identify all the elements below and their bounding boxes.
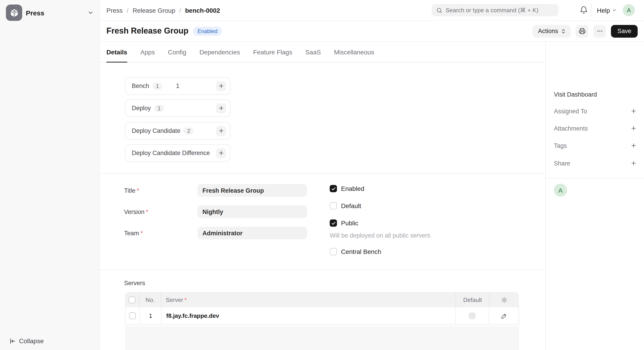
plus-icon bbox=[218, 105, 224, 111]
chevron-down-icon bbox=[88, 10, 94, 16]
enabled-checkbox-label: Enabled bbox=[341, 185, 364, 192]
user-avatar[interactable]: A bbox=[623, 4, 635, 16]
share-row: Share bbox=[554, 159, 637, 167]
chevron-up-down-icon bbox=[561, 28, 566, 34]
default-column-header: Default bbox=[456, 292, 489, 307]
server-name-cell[interactable]: f8.jay.fc.frappe.dev bbox=[161, 307, 455, 324]
topbar: Press / Release Group / bench-0002 Searc… bbox=[100, 0, 644, 21]
breadcrumb-item-release-group[interactable]: Release Group bbox=[132, 7, 175, 14]
server-table-row[interactable]: 1 f8.jay.fc.frappe.dev bbox=[125, 307, 519, 325]
pencil-icon[interactable] bbox=[501, 312, 507, 319]
save-button[interactable]: Save bbox=[611, 25, 638, 38]
servers-section-label: Servers bbox=[124, 280, 145, 286]
actions-label: Actions bbox=[538, 28, 558, 35]
version-field-row: Version* Nightly bbox=[124, 205, 307, 218]
team-field-label: Team* bbox=[124, 230, 198, 236]
gear-icon[interactable] bbox=[501, 296, 508, 303]
breadcrumb-item-press[interactable]: Press bbox=[106, 7, 123, 14]
version-field[interactable]: Nightly bbox=[198, 205, 307, 218]
add-bench-button[interactable] bbox=[216, 81, 226, 91]
help-menu[interactable]: Help bbox=[597, 0, 617, 21]
add-share-icon[interactable] bbox=[630, 160, 637, 166]
viewer-avatar[interactable]: A bbox=[554, 184, 567, 197]
enabled-checkbox[interactable] bbox=[330, 185, 337, 192]
deploy-card-label: Deploy bbox=[132, 105, 151, 112]
title-field-label: Title* bbox=[124, 187, 198, 194]
deploy-candidate-card-label: Deploy Candidate bbox=[132, 127, 180, 134]
row-select-checkbox[interactable] bbox=[129, 312, 136, 319]
section-divider bbox=[100, 173, 545, 174]
status-badge: Enabled bbox=[193, 27, 222, 36]
team-field[interactable]: Administrator bbox=[198, 227, 307, 239]
collapse-icon bbox=[9, 337, 16, 344]
required-asterisk: * bbox=[137, 187, 139, 194]
central-bench-checkbox[interactable] bbox=[330, 248, 337, 255]
public-checkbox[interactable] bbox=[330, 219, 337, 227]
tab-feature-flags[interactable]: Feature Flags bbox=[253, 42, 292, 63]
title-field[interactable]: Fresh Release Group bbox=[198, 184, 307, 197]
tab-bar: Details Apps Config Dependencies Feature… bbox=[100, 42, 545, 63]
ellipsis-icon bbox=[596, 28, 603, 35]
enabled-checkbox-row[interactable]: Enabled bbox=[330, 185, 364, 192]
collapse-sidebar-button[interactable]: Collapse bbox=[9, 337, 44, 344]
attachments-label: Attachments bbox=[554, 125, 588, 132]
page-title: Fresh Release Group bbox=[106, 26, 188, 36]
more-options-button[interactable] bbox=[593, 25, 606, 38]
central-bench-checkbox-label: Central Bench bbox=[341, 248, 381, 255]
tab-apps[interactable]: Apps bbox=[140, 42, 155, 63]
package-icon bbox=[9, 8, 19, 18]
connection-card-deploy-candidate-difference[interactable]: Deploy Candidate Difference bbox=[125, 144, 230, 162]
tab-dependencies[interactable]: Dependencies bbox=[200, 42, 240, 63]
share-label: Share bbox=[554, 160, 570, 167]
actions-button[interactable]: Actions bbox=[532, 25, 571, 38]
collapse-label: Collapse bbox=[19, 337, 44, 344]
deploy-candidate-difference-card-label: Deploy Candidate Difference bbox=[132, 150, 210, 156]
sidebar-divider bbox=[546, 178, 644, 179]
default-checkbox-disabled bbox=[469, 312, 476, 319]
central-bench-checkbox-row[interactable]: Central Bench bbox=[330, 248, 381, 255]
add-deploy-candidate-button[interactable] bbox=[216, 126, 226, 136]
connection-card-bench[interactable]: Bench 1 1 bbox=[125, 77, 230, 95]
attachments-row: Attachments bbox=[554, 124, 637, 132]
connection-card-deploy-candidate[interactable]: Deploy Candidate 2 bbox=[125, 122, 230, 140]
select-all-checkbox[interactable] bbox=[128, 296, 136, 303]
default-checkbox[interactable] bbox=[330, 202, 337, 209]
printer-icon bbox=[578, 28, 585, 35]
add-deploy-candidate-difference-button[interactable] bbox=[216, 148, 226, 158]
bench-card-label: Bench bbox=[132, 83, 149, 89]
check-icon bbox=[331, 221, 336, 226]
tab-miscellaneous[interactable]: Miscellaneous bbox=[334, 42, 374, 63]
connection-card-deploy[interactable]: Deploy 1 bbox=[125, 99, 230, 117]
public-checkbox-row[interactable]: Public bbox=[330, 219, 358, 227]
breadcrumb-separator: / bbox=[127, 7, 128, 14]
breadcrumb-separator: / bbox=[179, 7, 181, 14]
version-field-label: Version* bbox=[124, 208, 198, 215]
server-column-header: Server* bbox=[161, 292, 456, 307]
row-edit-cell bbox=[489, 307, 518, 324]
app-switcher[interactable]: Press bbox=[6, 5, 94, 21]
servers-table: No. Server* Default 1 f8.jay.fc.frappe.d… bbox=[125, 292, 519, 325]
breadcrumb: Press / Release Group / bench-0002 bbox=[106, 0, 220, 21]
plus-icon bbox=[218, 83, 224, 89]
user-avatar-letter: A bbox=[627, 7, 631, 14]
add-attachment-icon[interactable] bbox=[630, 125, 637, 132]
print-button[interactable] bbox=[576, 25, 588, 38]
tab-details[interactable]: Details bbox=[106, 42, 127, 63]
add-deploy-button[interactable] bbox=[216, 103, 226, 113]
add-tag-icon[interactable] bbox=[630, 142, 637, 149]
app-name: Press bbox=[26, 9, 88, 17]
assigned-to-row: Assigned To bbox=[554, 107, 637, 115]
command-search-input[interactable]: Search or type a command (⌘ + K) bbox=[432, 4, 558, 16]
required-asterisk: * bbox=[140, 230, 143, 236]
visit-dashboard-link[interactable]: Visit Dashboard bbox=[554, 91, 597, 98]
document-title-group: Fresh Release Group Enabled bbox=[106, 21, 222, 41]
tags-label: Tags bbox=[554, 142, 567, 149]
default-checkbox-row[interactable]: Default bbox=[330, 202, 361, 209]
deploy-count-badge: 1 bbox=[154, 105, 164, 112]
add-assignment-icon[interactable] bbox=[630, 108, 637, 114]
servers-table-footer bbox=[125, 326, 519, 350]
tab-saas[interactable]: SaaS bbox=[305, 42, 321, 63]
tab-config[interactable]: Config bbox=[168, 42, 186, 63]
notifications-button[interactable] bbox=[580, 6, 588, 14]
tabs: Details Apps Config Dependencies Feature… bbox=[106, 42, 374, 63]
